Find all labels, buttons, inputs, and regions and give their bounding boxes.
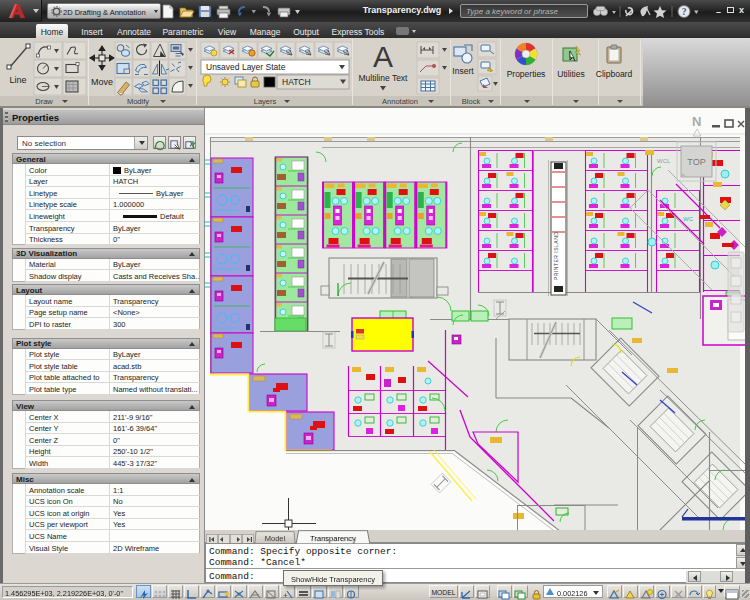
svg-text:PRINTER ISLAND: PRINTER ISLAND: [553, 232, 559, 280]
svg-text:A: A: [373, 41, 393, 73]
svg-text:WCL: WCL: [657, 158, 671, 164]
svg-text:TOP: TOP: [687, 157, 705, 167]
svg-text:Move: Move: [91, 77, 113, 87]
svg-text:Line: Line: [9, 75, 26, 85]
svg-text:N: N: [692, 114, 701, 129]
svg-text:Utilities: Utilities: [557, 69, 584, 79]
svg-text:Clipboard: Clipboard: [596, 69, 633, 79]
svg-text:Insert: Insert: [452, 66, 474, 76]
svg-text:?: ?: [682, 7, 687, 17]
svg-text:Properties: Properties: [507, 69, 546, 79]
svg-text:WC: WC: [683, 216, 694, 222]
svg-text:HATCH: HATCH: [282, 77, 311, 87]
svg-text:Multiline Text: Multiline Text: [359, 73, 409, 83]
svg-text:Unsaved Layer State: Unsaved Layer State: [206, 62, 286, 72]
